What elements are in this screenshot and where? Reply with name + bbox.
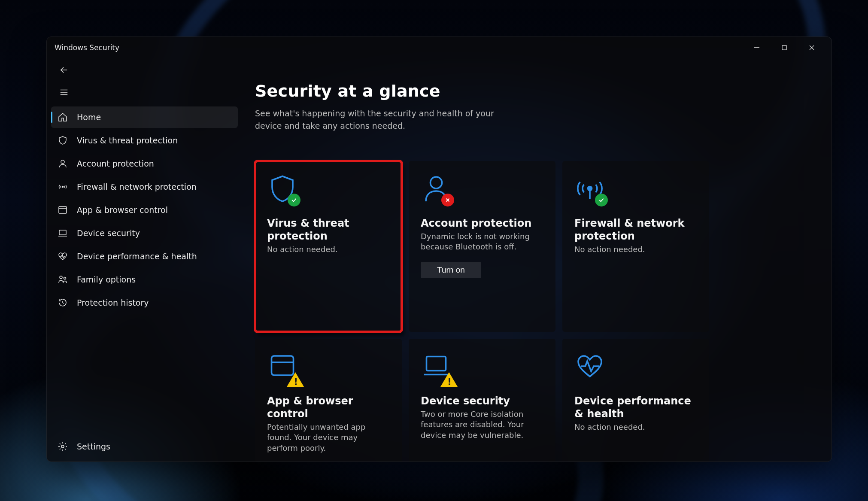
card-appbrowser[interactable]: App & browser control Potentially unwant… xyxy=(255,339,402,462)
svg-rect-24 xyxy=(427,357,446,371)
card-desc: No action needed. xyxy=(574,244,697,255)
card-title: Account protection xyxy=(421,217,543,230)
antenna-icon xyxy=(57,181,68,192)
shield-icon xyxy=(57,135,68,146)
browser-icon xyxy=(57,204,68,216)
sidebar-item-label: Protection history xyxy=(77,298,149,307)
card-virus[interactable]: Virus & threat protection No action need… xyxy=(255,161,402,332)
close-icon xyxy=(809,45,815,51)
card-title: App & browser control xyxy=(267,395,390,420)
sidebar-item-firewall[interactable]: Firewall & network protection xyxy=(51,176,238,197)
status-warning-icon xyxy=(287,372,304,387)
sidebar-item-virus[interactable]: Virus & threat protection xyxy=(51,130,238,151)
svg-rect-10 xyxy=(59,206,67,213)
person-icon xyxy=(421,173,452,204)
card-title: Device performance & health xyxy=(574,395,697,420)
heart-pulse-icon xyxy=(57,251,68,262)
svg-point-16 xyxy=(61,445,64,448)
sidebar-item-history[interactable]: Protection history xyxy=(51,292,238,313)
status-error-icon xyxy=(441,194,454,206)
windows-security-window: Windows Security Hom xyxy=(46,36,832,462)
svg-point-17 xyxy=(431,177,442,188)
laptop-icon xyxy=(421,351,452,382)
content-scroll[interactable]: Security at a glance See what's happenin… xyxy=(242,58,829,462)
card-grid: Virus & threat protection No action need… xyxy=(255,161,811,462)
svg-point-20 xyxy=(588,187,592,191)
person-icon xyxy=(57,158,68,169)
laptop-icon xyxy=(57,228,68,239)
svg-point-8 xyxy=(61,160,64,164)
sidebar-item-label: Settings xyxy=(77,442,110,451)
maximize-button[interactable] xyxy=(771,38,798,57)
hamburger-icon xyxy=(59,88,69,97)
sidebar-item-devicesecurity[interactable]: Device security xyxy=(51,222,238,244)
sidebar-item-performance[interactable]: Device performance & health xyxy=(51,246,238,267)
card-desc: Dynamic lock is not working because Blue… xyxy=(421,231,543,252)
maximize-icon xyxy=(781,45,787,51)
sidebar-item-label: Firewall & network protection xyxy=(77,182,197,191)
history-icon xyxy=(57,297,68,308)
card-desc: Two or more Core isolation features are … xyxy=(421,409,543,440)
nav-toggle-button[interactable] xyxy=(52,82,76,102)
status-ok-icon xyxy=(595,194,608,206)
turn-on-button[interactable]: Turn on xyxy=(421,262,481,278)
back-button[interactable] xyxy=(52,60,76,80)
svg-rect-12 xyxy=(59,230,66,235)
sidebar-item-appbrowser[interactable]: App & browser control xyxy=(51,199,238,221)
home-icon xyxy=(57,112,68,123)
card-desc: Potentially unwanted app found. Your dev… xyxy=(267,422,390,453)
heart-pulse-icon xyxy=(574,351,605,382)
shield-icon xyxy=(267,173,298,204)
family-icon xyxy=(57,274,68,285)
antenna-icon xyxy=(574,173,605,204)
card-title: Device security xyxy=(421,395,543,407)
sidebar-item-label: Device performance & health xyxy=(77,252,197,261)
browser-icon xyxy=(267,351,298,382)
sidebar-item-label: Virus & threat protection xyxy=(77,136,178,145)
close-button[interactable] xyxy=(798,38,826,57)
sidebar-item-label: Account protection xyxy=(77,159,154,168)
page-subtitle: See what's happening with the security a… xyxy=(255,107,495,132)
card-desc: No action needed. xyxy=(267,244,390,255)
sidebar-item-settings[interactable]: Settings xyxy=(51,436,238,457)
sidebar-item-label: Device security xyxy=(77,228,140,238)
card-account[interactable]: Account protection Dynamic lock is not w… xyxy=(409,161,555,332)
svg-point-9 xyxy=(62,186,64,188)
minimize-button[interactable] xyxy=(743,38,771,57)
sidebar-item-family[interactable]: Family options xyxy=(51,269,238,290)
card-firewall[interactable]: Firewall & network protection No action … xyxy=(562,161,709,332)
status-warning-icon xyxy=(440,372,458,387)
caption-buttons xyxy=(743,38,826,57)
sidebar-item-account[interactable]: Account protection xyxy=(51,153,238,174)
sidebar-item-label: Home xyxy=(77,112,101,122)
content-area: Security at a glance See what's happenin… xyxy=(242,58,832,462)
card-performance[interactable]: Device performance & health No action ne… xyxy=(562,339,709,462)
svg-rect-1 xyxy=(782,46,786,50)
back-arrow-icon xyxy=(59,65,69,75)
nav-list: Home Virus & threat protection Account p… xyxy=(51,106,238,313)
status-ok-icon xyxy=(288,194,300,206)
svg-point-14 xyxy=(60,276,62,279)
card-title: Virus & threat protection xyxy=(267,217,390,243)
sidebar-item-label: Family options xyxy=(77,275,136,284)
page-title: Security at a glance xyxy=(255,82,811,100)
gear-icon xyxy=(57,441,68,452)
title-bar: Windows Security xyxy=(47,37,832,58)
svg-point-15 xyxy=(64,277,66,279)
sidebar-item-home[interactable]: Home xyxy=(51,106,238,128)
window-title: Windows Security xyxy=(55,43,119,52)
minimize-icon xyxy=(754,45,760,51)
sidebar-item-label: App & browser control xyxy=(77,205,168,215)
card-title: Firewall & network protection xyxy=(574,217,697,243)
sidebar: Home Virus & threat protection Account p… xyxy=(47,58,242,462)
card-devicesecurity[interactable]: Device security Two or more Core isolati… xyxy=(409,339,555,462)
card-desc: No action needed. xyxy=(574,422,697,432)
